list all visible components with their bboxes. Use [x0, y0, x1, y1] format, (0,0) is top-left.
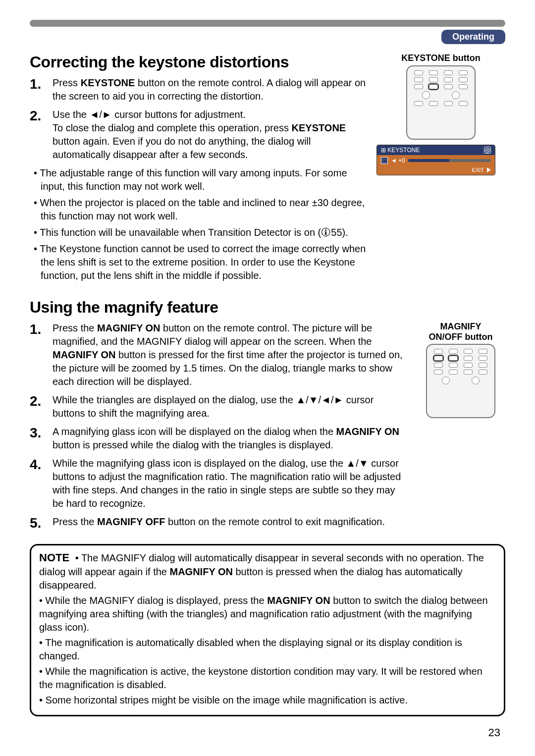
section-tag-row: Operating	[30, 30, 505, 44]
magnify-caption-bottom: ON/OFF button	[416, 332, 505, 342]
bullet: • When the projector is placed on the ta…	[34, 196, 368, 223]
step-number: 5.	[30, 515, 48, 530]
keystone-button-ref: KEYSTONE	[81, 77, 135, 88]
magnify-on-ref: MAGNIFY ON	[53, 349, 115, 360]
text: button on the remote control.	[160, 323, 289, 333]
magnify-step-4: 4. While the magnifying glass icon is di…	[30, 457, 407, 510]
keystone-side: KEYSTONE button ⊞ KEYSTONE ⨂ ⬚ ◄ +0 EXIT	[376, 53, 505, 285]
osd-value: ◄ +0	[391, 157, 405, 164]
magnify-off-ref: MAGNIFY OFF	[97, 516, 165, 527]
magnify-step-3: 3. A magnifying glass icon will be displ…	[30, 425, 407, 452]
keystone-caption: KEYSTONE button	[376, 53, 505, 63]
text: • The magnification is automatically dis…	[39, 636, 496, 663]
bullet: • The adjustable range of this function …	[34, 166, 368, 193]
osd-exit-label: EXIT	[472, 167, 484, 173]
bullet: • The Keystone function cannot be used t…	[34, 242, 368, 282]
magnify-step-5: 5. Press the MAGNIFY OFF button on the r…	[30, 515, 407, 530]
keystone-section: Correcting the keystone distortions 1. P…	[30, 53, 505, 285]
text: To close the dialog and complete this op…	[53, 122, 292, 133]
section-tag: Operating	[441, 30, 505, 44]
text: While the triangles are displayed on the…	[53, 393, 407, 420]
magnify-on-ref: MAGNIFY ON	[97, 323, 160, 333]
osd-title: ⊞ KEYSTONE	[381, 147, 420, 154]
page-number: 23	[30, 726, 505, 739]
step-number: 1.	[30, 322, 48, 388]
text: • While the magnification is active, the…	[39, 665, 496, 692]
magnify-side: MAGNIFY ON/OFF button	[416, 322, 505, 535]
step-number: 3.	[30, 425, 48, 452]
magnify-on-ref: MAGNIFY ON	[170, 566, 233, 577]
magnify-on-remote-button	[434, 356, 443, 361]
text: • While the MAGNIFY dialog is displayed,…	[39, 595, 267, 606]
step-number: 2.	[30, 108, 48, 162]
text: Press the	[53, 323, 97, 333]
note-box: NOTE • The MAGNIFY dialog will automatic…	[30, 544, 505, 716]
magnify-title: Using the magnify feature	[30, 298, 505, 317]
magnify-step-1: 1. Press the MAGNIFY ON button on the re…	[30, 322, 407, 388]
magnify-on-ref: MAGNIFY ON	[336, 426, 399, 437]
text: button is pressed while the dialog with …	[53, 439, 333, 450]
osd-icon: ⊞	[381, 147, 387, 154]
magnify-step-2: 2. While the triangles are displayed on …	[30, 393, 407, 420]
note-label: NOTE	[39, 551, 69, 564]
step-number: 2.	[30, 393, 48, 420]
osd-shape-icon: ⬚	[381, 157, 388, 164]
text: While the magnifying glass icon is displ…	[53, 457, 407, 510]
text: button on the remote control to exit mag…	[165, 516, 385, 527]
text: A magnifying glass icon will be displaye…	[53, 426, 336, 437]
osd-slider	[408, 159, 491, 162]
arrow-right-icon	[487, 167, 491, 172]
keystone-button-ref: KEYSTONE	[292, 122, 346, 133]
step-number: 1.	[30, 76, 48, 103]
close-icon: ⨂	[484, 147, 491, 154]
text: Press the	[53, 516, 97, 527]
step-number: 4.	[30, 457, 48, 510]
keystone-remote-button	[429, 84, 438, 89]
magnify-caption-top: MAGNIFY	[416, 322, 505, 332]
magnify-off-remote-button	[449, 356, 458, 361]
remote-illustration	[406, 65, 476, 140]
keystone-bullets: • The adjustable range of this function …	[34, 166, 368, 282]
text: Press	[53, 77, 81, 88]
header-divider-bar	[30, 20, 505, 27]
remote-illustration	[426, 344, 495, 418]
magnify-section: 1. Press the MAGNIFY ON button on the re…	[30, 322, 505, 535]
keystone-step-2: 2. Use the ◄/► cursor buttons for adjust…	[30, 108, 368, 162]
keystone-osd-dialog: ⊞ KEYSTONE ⨂ ⬚ ◄ +0 EXIT	[376, 145, 495, 175]
magnify-on-ref: MAGNIFY ON	[267, 595, 330, 606]
keystone-title: Correcting the keystone distortions	[30, 53, 368, 71]
text: button again. Even if you do not do anyt…	[53, 136, 311, 160]
keystone-step-1: 1. Press KEYSTONE button on the remote c…	[30, 76, 368, 103]
bullet: • This function will be unavailable when…	[34, 226, 368, 239]
text: Use the ◄/► cursor buttons for adjustmen…	[53, 109, 246, 120]
text: • Some horizontal stripes might be visib…	[39, 694, 496, 707]
